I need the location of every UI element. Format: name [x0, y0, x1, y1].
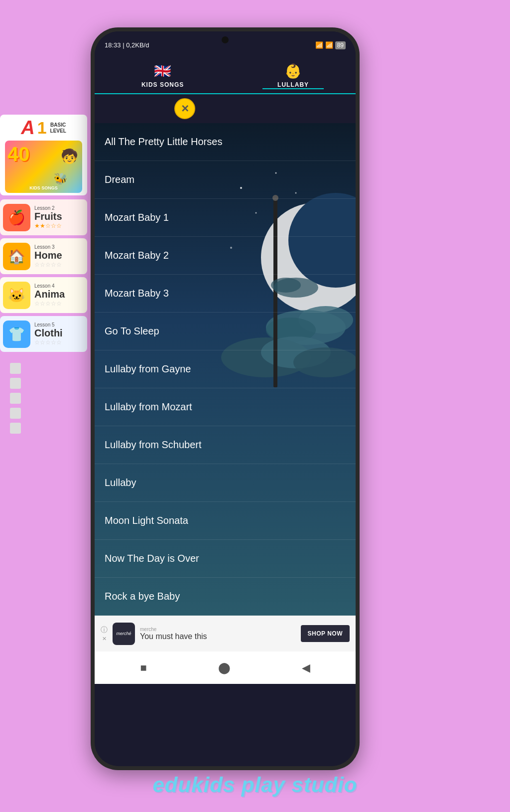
lesson2-name: Fruits	[34, 211, 62, 222]
a1-badge: A 1 BASIC LEVEL	[21, 117, 66, 139]
ad-bar: ⓘ ✕ merché merche You must have this SHO…	[95, 616, 356, 651]
ad-text: merche You must have this	[140, 627, 296, 641]
song-item-12[interactable]: Rock a bye Baby	[95, 578, 356, 616]
lullaby-tab-label: LULLABY	[277, 81, 309, 88]
song-title-10: Moon Light Sonata	[105, 515, 188, 526]
tab-lullaby[interactable]: 👶 LULLABY	[262, 63, 324, 89]
ad-logo-text: merché	[116, 631, 131, 636]
song-title-9: Lullaby	[105, 477, 136, 488]
ad-close-icon[interactable]: ✕	[102, 636, 107, 642]
lullaby-tab-icon: 👶	[284, 63, 302, 79]
kids-songs-tab-label: KIDS SONGS	[141, 81, 184, 88]
back-nav-button[interactable]: ◀	[302, 661, 310, 674]
lesson3-num: Lesson 3	[34, 244, 62, 250]
battery-icon: 89	[335, 41, 346, 49]
home-nav-button[interactable]: ⬤	[218, 661, 231, 674]
lesson5-stars: ☆☆☆☆☆	[34, 339, 63, 346]
song-title-5: Go To Sleep	[105, 325, 159, 337]
tabs-wrapper: 🇬🇧 KIDS SONGS 👶 LULLABY	[95, 59, 356, 94]
song-title-7: Lullaby from Mozart	[105, 401, 192, 413]
ad-headline: You must have this	[140, 632, 296, 641]
dots-indicator	[10, 363, 92, 434]
song-item-0[interactable]: All The Pretty Little Horses	[95, 123, 356, 161]
lesson-animals[interactable]: 🐱 Lesson 4 Anima ☆☆☆☆☆	[0, 277, 87, 313]
lesson-fruits[interactable]: 🍎 Lesson 2 Fruits ★★☆☆☆	[0, 199, 87, 235]
camera-notch	[222, 36, 229, 43]
status-time: 18:33 | 0,2KB/d	[105, 41, 149, 49]
lesson4-num: Lesson 4	[34, 283, 65, 289]
dot-5	[10, 423, 21, 434]
a1-letter: A	[21, 117, 34, 139]
tab-kids-songs[interactable]: 🇬🇧 KIDS SONGS	[127, 63, 199, 89]
tabs-bar: 🇬🇧 KIDS SONGS 👶 LULLABY	[95, 59, 356, 94]
status-icons: 📶 📶 89	[315, 41, 346, 49]
close-button[interactable]: ✕	[174, 98, 195, 119]
nav-bar: ■ ⬤ ◀	[95, 651, 356, 684]
songs-number: 40	[7, 143, 30, 165]
lesson5-name: Clothi	[34, 327, 63, 339]
kids-songs-tab-icon: 🇬🇧	[154, 63, 171, 79]
dot-2	[10, 378, 21, 389]
home-icon: 🏠	[3, 243, 30, 270]
ad-icons: ⓘ ✕	[101, 626, 108, 642]
lesson3-stars: ☆☆☆☆☆	[34, 261, 62, 268]
dot-4	[10, 408, 21, 419]
square-nav-button[interactable]: ■	[140, 661, 146, 674]
song-item-8[interactable]: Lullaby from Schubert	[95, 426, 356, 464]
wifi-icon: 📶	[325, 41, 333, 49]
ad-info-icon[interactable]: ⓘ	[101, 626, 108, 635]
close-btn-row: ✕	[95, 94, 356, 123]
animals-icon: 🐱	[3, 282, 30, 309]
shop-now-button[interactable]: SHOP NOW	[301, 625, 350, 642]
song-title-4: Mozart Baby 3	[105, 288, 169, 299]
song-title-3: Mozart Baby 2	[105, 250, 169, 261]
a1-card: A 1 BASIC LEVEL 40 KIDS SONGS 🧒 🐝	[0, 115, 87, 195]
song-item-10[interactable]: Moon Light Sonata	[95, 502, 356, 540]
a1-number: 1	[37, 118, 47, 138]
lesson5-num: Lesson 5	[34, 322, 63, 327]
clothing-icon: 👕	[3, 321, 30, 348]
song-list: All The Pretty Little Horses Dream Mozar…	[95, 123, 356, 616]
kids-songs-card[interactable]: 40 KIDS SONGS 🧒 🐝	[5, 141, 82, 193]
song-item-3[interactable]: Mozart Baby 2	[95, 237, 356, 275]
song-item-4[interactable]: Mozart Baby 3	[95, 275, 356, 313]
song-title-2: Mozart Baby 1	[105, 212, 169, 223]
ad-logo: merché	[113, 623, 135, 645]
lesson2-stars: ★★☆☆☆	[34, 222, 62, 229]
ad-brand: merche	[140, 627, 296, 632]
level-label: LEVEL	[50, 128, 66, 134]
song-title-0: All The Pretty Little Horses	[105, 136, 222, 148]
dot-1	[10, 363, 21, 374]
song-item-6[interactable]: Lullaby from Gayne	[95, 350, 356, 388]
signal-icon: 📶	[315, 41, 323, 49]
phone-screen-area: 18:33 | 0,2KB/d 📶 📶 89 🇬🇧 KIDS SONGS 👶 L…	[95, 31, 356, 766]
basic-label: BASIC	[50, 122, 66, 128]
songs-label: KIDS SONGS	[29, 185, 58, 190]
phone-frame: 18:33 | 0,2KB/d 📶 📶 89 🇬🇧 KIDS SONGS 👶 L…	[91, 27, 360, 770]
lesson3-name: Home	[34, 250, 62, 261]
lesson-clothing[interactable]: 👕 Lesson 5 Clothi ☆☆☆☆☆	[0, 316, 87, 352]
song-item-11[interactable]: Now The Day is Over	[95, 540, 356, 578]
status-bar: 18:33 | 0,2KB/d 📶 📶 89	[95, 31, 356, 59]
fruits-icon: 🍎	[3, 204, 30, 231]
song-title-1: Dream	[105, 174, 134, 185]
lesson4-stars: ☆☆☆☆☆	[34, 300, 65, 307]
lesson2-num: Lesson 2	[34, 205, 62, 211]
lesson4-name: Anima	[34, 289, 65, 300]
dot-3	[10, 393, 21, 404]
close-icon: ✕	[181, 103, 189, 115]
song-item-7[interactable]: Lullaby from Mozart	[95, 388, 356, 426]
song-title-12: Rock a bye Baby	[105, 591, 180, 602]
song-item-2[interactable]: Mozart Baby 1	[95, 199, 356, 237]
song-title-11: Now The Day is Over	[105, 553, 199, 564]
song-title-6: Lullaby from Gayne	[105, 363, 191, 375]
song-item-1[interactable]: Dream	[95, 161, 356, 199]
studio-label: edukids play studio	[152, 773, 357, 797]
lesson-home[interactable]: 🏠 Lesson 3 Home ☆☆☆☆☆	[0, 238, 87, 274]
song-item-5[interactable]: Go To Sleep	[95, 313, 356, 350]
content-area: All The Pretty Little Horses Dream Mozar…	[95, 123, 356, 616]
song-item-9[interactable]: Lullaby	[95, 464, 356, 502]
sidebar: A 1 BASIC LEVEL 40 KIDS SONGS 🧒 🐝 🍎 Less…	[0, 115, 92, 434]
song-title-8: Lullaby from Schubert	[105, 439, 202, 451]
